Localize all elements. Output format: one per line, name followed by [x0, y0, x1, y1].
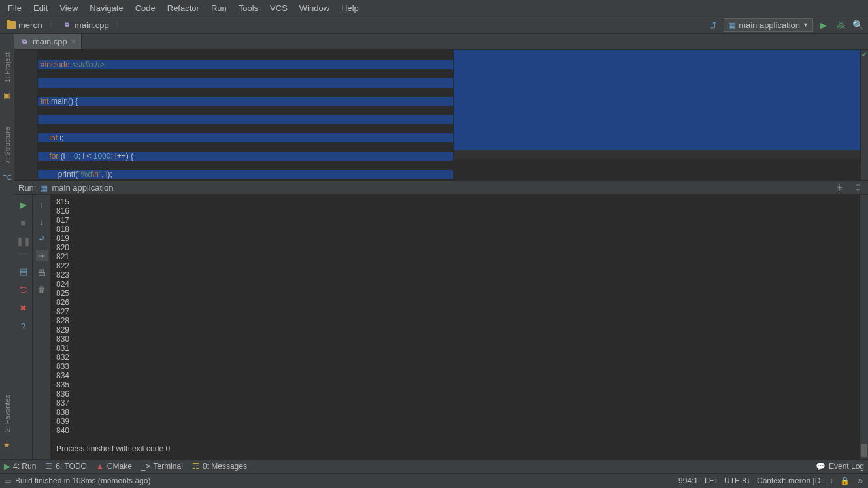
dump-threads-button[interactable]: ▤ [18, 265, 29, 277]
tool-structure[interactable]: 7: Structure [3, 124, 11, 167]
menu-edit[interactable]: Edit [28, 2, 53, 14]
cpp-file-icon: ⧉ [63, 20, 72, 29]
run-button[interactable]: ▶ [817, 18, 830, 31]
print-button[interactable]: 🖶 [36, 267, 48, 278]
run-tool-window: ▶ ■ ❚❚ ▤ ⮌ ✖ ? ↑ ↓ ⤶ ⇥ 🖶 🗑 815 816 817 8… [14, 195, 868, 459]
status-message: Build finished in 108ms (moments ago) [15, 476, 150, 485]
chevron-down-icon: ▼ [803, 22, 809, 28]
run-config-label: main application [739, 20, 800, 30]
tab-todo[interactable]: ☰6: TODO [45, 462, 87, 471]
run-tool-header: Run: ▦ main application ✳ ↧ [14, 180, 868, 195]
code-area[interactable]: #include <stdio.h> int main() { int i; f… [38, 50, 454, 180]
stop-button[interactable]: ■ [18, 217, 29, 229]
clear-all-button[interactable]: 🗑 [36, 284, 48, 295]
todo-icon: ☰ [45, 462, 52, 471]
close-tab-button[interactable]: × [71, 37, 76, 46]
editor-marker-bar[interactable]: ✔ [860, 50, 868, 180]
tab-event-log[interactable]: 💬Event Log [816, 462, 864, 471]
status-icon: ▭ [4, 476, 11, 485]
rerun-button[interactable]: ▶ [18, 199, 29, 210]
breadcrumb: meron 〉 ⧉ main.cpp 〉 [4, 19, 124, 31]
application-icon: ▦ [728, 20, 736, 30]
pause-button[interactable]: ❚❚ [18, 235, 29, 247]
navigation-bar: meron 〉 ⧉ main.cpp 〉 ⇵ ▦ main applicatio… [0, 16, 868, 34]
run-config-name: main application [52, 183, 113, 193]
hide-icon[interactable]: ↧ [851, 181, 864, 194]
run-toolbar-left: ▶ ■ ❚❚ ▤ ⮌ ✖ ? [14, 195, 33, 459]
terminal-icon: _> [141, 462, 150, 471]
console-text: 815 816 817 818 819 820 821 822 823 824 … [56, 197, 863, 453]
console-output[interactable]: 815 816 817 818 819 820 821 822 823 824 … [51, 195, 868, 459]
menu-file[interactable]: File [3, 2, 27, 14]
menu-refactor[interactable]: Refactor [162, 2, 205, 14]
menu-run[interactable]: Run [206, 2, 232, 14]
run-config-dropdown[interactable]: ▦ main application ▼ [724, 18, 813, 32]
tab-cmake[interactable]: ▲CMake [96, 462, 132, 471]
left-tool-rail: 1: Project ▣ 7: Structure ⌥ 2: Favorites… [0, 34, 14, 459]
search-everywhere-button[interactable]: 🔍 [851, 18, 864, 31]
cmake-icon: ▲ [96, 462, 104, 471]
tab-label: main.cpp [33, 37, 67, 46]
menu-bar: File Edit View Navigate Code Refactor Ru… [0, 0, 868, 16]
tab-run[interactable]: ▶4: Run [4, 462, 36, 471]
structure-icon[interactable]: ⌥ [2, 172, 12, 182]
scrollbar-thumb[interactable] [861, 444, 867, 457]
run-icon: ▶ [4, 462, 10, 471]
editor-gutter[interactable] [14, 50, 38, 180]
menu-help[interactable]: Help [336, 2, 364, 14]
settings-icon[interactable]: ✳ [833, 181, 846, 194]
menu-tools[interactable]: Tools [233, 2, 263, 14]
menu-window[interactable]: Window [294, 2, 335, 14]
tab-messages[interactable]: ☶0: Messages [192, 462, 247, 471]
messages-icon: ☶ [192, 462, 199, 471]
debug-button[interactable]: ⁂ [834, 18, 847, 31]
scroll-to-end-button[interactable]: ⇥ [36, 250, 48, 261]
chevron-right-icon: 〉 [116, 20, 123, 30]
editor-tabs: ⧉ main.cpp × [14, 34, 868, 50]
menu-view[interactable]: View [54, 2, 83, 14]
inspection-ok-icon: ✔ [861, 51, 867, 58]
breadcrumb-project[interactable]: meron [4, 19, 45, 31]
console-scrollbar[interactable] [860, 195, 868, 459]
breadcrumb-project-label: meron [18, 20, 42, 30]
help-button[interactable]: ? [18, 320, 29, 332]
application-icon: ▦ [40, 183, 48, 193]
event-log-icon: 💬 [816, 462, 826, 471]
line-separator[interactable]: LF↕ [705, 476, 718, 485]
hector-icon[interactable]: ☺ [856, 476, 864, 485]
chevron-right-icon: 〉 [49, 20, 56, 30]
tool-project[interactable]: 1: Project [3, 50, 11, 85]
project-icon[interactable]: ▣ [2, 90, 12, 101]
breadcrumb-file-label: main.cpp [75, 20, 109, 30]
cpp-file-icon: ⧉ [20, 37, 29, 46]
down-stack-button[interactable]: ↓ [36, 216, 48, 227]
update-running-app-icon[interactable]: ⇵ [707, 18, 720, 31]
cmake-context[interactable]: Context: meron [D] [757, 476, 823, 485]
tool-favorites[interactable]: 2: Favorites [3, 392, 11, 434]
tab-terminal[interactable]: _>Terminal [141, 462, 183, 471]
file-encoding[interactable]: UTF-8↕ [724, 476, 750, 485]
context-switcher-icon[interactable]: ↕ [829, 476, 833, 485]
run-toolbar-inner: ↑ ↓ ⤶ ⇥ 🖶 🗑 [33, 195, 51, 459]
folder-icon [7, 21, 16, 29]
menu-navigate[interactable]: Navigate [84, 2, 128, 14]
run-title: Run: [18, 183, 36, 193]
code-area-secondary[interactable]: ✔ [454, 50, 869, 180]
close-button[interactable]: ✖ [18, 302, 29, 314]
status-bar: ▭ Build finished in 108ms (moments ago) … [0, 474, 868, 488]
breadcrumb-file[interactable]: ⧉ main.cpp [60, 19, 112, 31]
menu-code[interactable]: Code [130, 2, 161, 14]
lock-icon[interactable]: 🔒 [840, 476, 850, 485]
favorites-icon[interactable]: ★ [2, 440, 12, 450]
tab-main-cpp[interactable]: ⧉ main.cpp × [14, 34, 82, 49]
exit-button[interactable]: ⮌ [18, 284, 29, 295]
up-stack-button[interactable]: ↑ [36, 199, 48, 210]
menu-vcs[interactable]: VCS [265, 2, 293, 14]
soft-wrap-button[interactable]: ⤶ [36, 233, 48, 244]
caret-position[interactable]: 994:1 [678, 476, 698, 485]
bottom-tool-tabs: ▶4: Run ☰6: TODO ▲CMake _>Terminal ☶0: M… [0, 459, 868, 474]
editor: #include <stdio.h> int main() { int i; f… [14, 50, 868, 180]
